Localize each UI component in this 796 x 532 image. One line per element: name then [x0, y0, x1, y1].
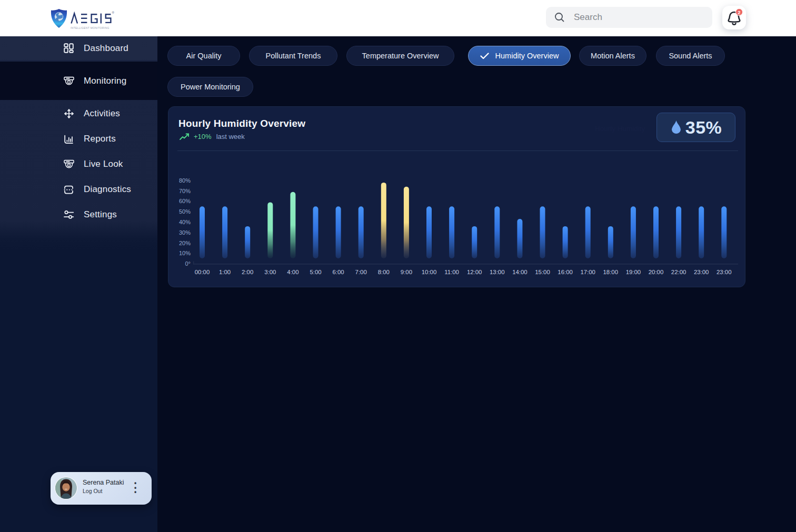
- svg-text:23:00: 23:00: [717, 269, 732, 275]
- svg-text:6:00: 6:00: [333, 269, 344, 275]
- svg-text:70%: 70%: [179, 188, 191, 194]
- svg-text:11:00: 11:00: [444, 269, 459, 275]
- svg-text:9:00: 9:00: [401, 269, 412, 275]
- svg-text:15:00: 15:00: [535, 269, 550, 275]
- svg-text:50%: 50%: [179, 208, 191, 215]
- svg-text:30%: 30%: [179, 229, 191, 236]
- svg-text:7:00: 7:00: [355, 269, 367, 275]
- svg-text:1:00: 1:00: [219, 269, 231, 275]
- svg-text:80%: 80%: [179, 177, 191, 184]
- svg-text:10%: 10%: [179, 250, 191, 256]
- svg-text:16:00: 16:00: [558, 269, 573, 275]
- svg-text:13:00: 13:00: [490, 269, 505, 275]
- svg-text:INTELLIGENT MONITORING: INTELLIGENT MONITORING: [71, 26, 110, 29]
- svg-text:®: ®: [112, 11, 115, 14]
- svg-text:20:00: 20:00: [649, 269, 664, 275]
- svg-text:40%: 40%: [179, 219, 191, 225]
- svg-text:23:00: 23:00: [694, 269, 709, 275]
- svg-text:14:00: 14:00: [512, 269, 528, 275]
- svg-text:00:00: 00:00: [195, 269, 210, 275]
- svg-text:17:00: 17:00: [580, 269, 595, 275]
- svg-text:18:00: 18:00: [603, 269, 619, 275]
- svg-text:2:00: 2:00: [242, 269, 253, 275]
- svg-text:0°: 0°: [185, 260, 191, 267]
- svg-text:3:00: 3:00: [264, 269, 276, 275]
- svg-text:10:00: 10:00: [422, 269, 437, 275]
- svg-text:60%: 60%: [179, 198, 191, 204]
- svg-text:5:00: 5:00: [310, 269, 321, 275]
- svg-text:4:00: 4:00: [287, 269, 299, 275]
- svg-text:12:00: 12:00: [467, 269, 482, 275]
- svg-text:22:00: 22:00: [671, 269, 686, 275]
- svg-text:19:00: 19:00: [626, 269, 641, 275]
- svg-text:20%: 20%: [179, 240, 191, 246]
- svg-text:8:00: 8:00: [378, 269, 390, 275]
